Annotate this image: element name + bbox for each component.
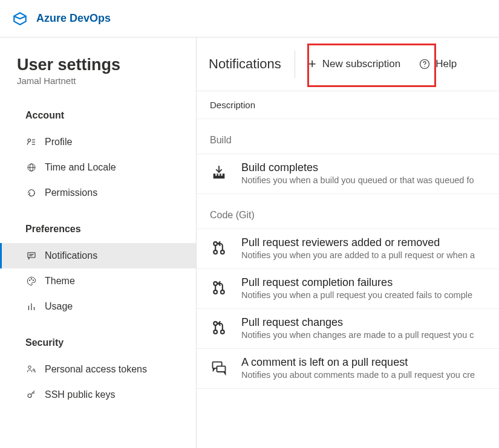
app-header: Azure DevOps [0, 0, 499, 37]
nav-usage[interactable]: Usage [0, 294, 196, 319]
help-icon [419, 58, 431, 70]
svg-point-17 [33, 369, 34, 371]
bar-chart-icon [25, 300, 38, 313]
toolbar: Notifications + New subscription Help [197, 37, 499, 91]
profile-icon [25, 136, 38, 148]
globe-icon [25, 161, 38, 174]
key-icon [25, 389, 38, 401]
nav-label: SSH public keys [45, 389, 116, 400]
nav-label: Personal access tokens [45, 364, 147, 375]
page-title: User settings [0, 56, 196, 74]
svg-point-20 [424, 67, 425, 67]
section-heading-preferences: Preferences [0, 224, 196, 235]
palette-icon [25, 275, 38, 287]
sidebar: User settings Jamal Hartnett Account Pro… [0, 37, 197, 448]
row-title: Pull request changes [241, 316, 499, 329]
key-person-icon [25, 363, 38, 375]
svg-point-31 [214, 290, 217, 294]
toolbar-title: Notifications [209, 56, 295, 72]
nav-label: Usage [45, 301, 73, 312]
column-header-description: Description [197, 91, 499, 119]
svg-rect-23 [215, 174, 217, 176]
svg-rect-39 [217, 366, 226, 372]
row-title: Build completes [241, 161, 499, 174]
group-heading-code-git: Code (Git) [197, 194, 499, 229]
pull-request-icon [210, 239, 228, 257]
nav-time-locale[interactable]: Time and Locale [0, 155, 196, 180]
new-subscription-button[interactable]: + New subscription [301, 54, 408, 74]
svg-point-30 [214, 282, 217, 285]
nav-label: Notifications [45, 250, 97, 261]
svg-point-37 [221, 330, 224, 334]
brand-name[interactable]: Azure DevOps [36, 12, 111, 25]
build-icon [210, 164, 228, 182]
row-subtitle: Notifies you when changes are made to a … [241, 330, 499, 340]
svg-rect-25 [221, 174, 223, 176]
row-subtitle: Notifies you when you are added to a pul… [241, 250, 499, 260]
nav-label: Theme [45, 276, 75, 287]
notification-row-pr-reviewers[interactable]: Pull request reviewers added or removed … [197, 229, 499, 269]
svg-point-10 [29, 280, 30, 281]
svg-point-0 [28, 139, 31, 142]
nav-label: Time and Locale [45, 162, 116, 173]
svg-point-18 [28, 394, 31, 398]
section-heading-account: Account [0, 110, 196, 121]
notification-row-pr-comment[interactable]: A comment is left on a pull request Noti… [197, 348, 499, 389]
notification-row-build-completes[interactable]: Build completes Notifies you when a buil… [197, 154, 499, 194]
nav-notifications[interactable]: Notifications [0, 243, 196, 268]
svg-point-34 [214, 322, 217, 325]
svg-rect-7 [28, 253, 35, 258]
row-title: A comment is left on a pull request [241, 356, 499, 369]
refresh-icon [25, 187, 38, 199]
svg-point-33 [221, 290, 224, 294]
plus-icon: + [308, 57, 316, 71]
row-subtitle: Notifies you about comments made to a pu… [241, 370, 499, 380]
row-title: Pull request reviewers added or removed [241, 236, 499, 249]
svg-point-11 [31, 279, 32, 280]
button-label: New subscription [322, 58, 400, 70]
nav-label: Permissions [45, 187, 97, 198]
svg-point-29 [221, 250, 224, 254]
row-subtitle: Notifies you when a build you queued or … [241, 175, 499, 185]
nav-label: Profile [45, 137, 72, 148]
section-heading-security: Security [0, 337, 196, 348]
nav-permissions[interactable]: Permissions [0, 180, 196, 206]
pull-request-icon [210, 279, 228, 297]
nav-personal-access-tokens[interactable]: Personal access tokens [0, 357, 196, 382]
chat-icon [25, 250, 38, 262]
svg-point-35 [214, 330, 217, 334]
svg-point-27 [214, 250, 217, 254]
svg-rect-24 [218, 174, 220, 176]
group-heading-build: Build [197, 119, 499, 154]
content-area: Notifications + New subscription Help De… [197, 37, 499, 448]
notification-row-pr-completion-failures[interactable]: Pull request completion failures Notifie… [197, 268, 499, 309]
help-button[interactable]: Help [411, 54, 464, 74]
button-label: Help [435, 58, 457, 70]
row-subtitle: Notifies you when a pull request you cre… [241, 290, 499, 300]
svg-point-16 [28, 366, 31, 369]
azure-devops-logo-icon [12, 11, 28, 27]
notification-row-pr-changes[interactable]: Pull request changes Notifies you when c… [197, 308, 499, 349]
nav-ssh-keys[interactable]: SSH public keys [0, 382, 196, 407]
svg-point-12 [33, 280, 34, 281]
nav-profile[interactable]: Profile [0, 129, 196, 155]
toolbar-separator [295, 50, 295, 78]
pull-request-icon [210, 319, 228, 337]
user-name: Jamal Hartnett [0, 76, 196, 86]
svg-point-26 [214, 242, 217, 245]
nav-theme[interactable]: Theme [0, 268, 196, 294]
comments-icon [210, 359, 228, 377]
row-title: Pull request completion failures [241, 276, 499, 289]
